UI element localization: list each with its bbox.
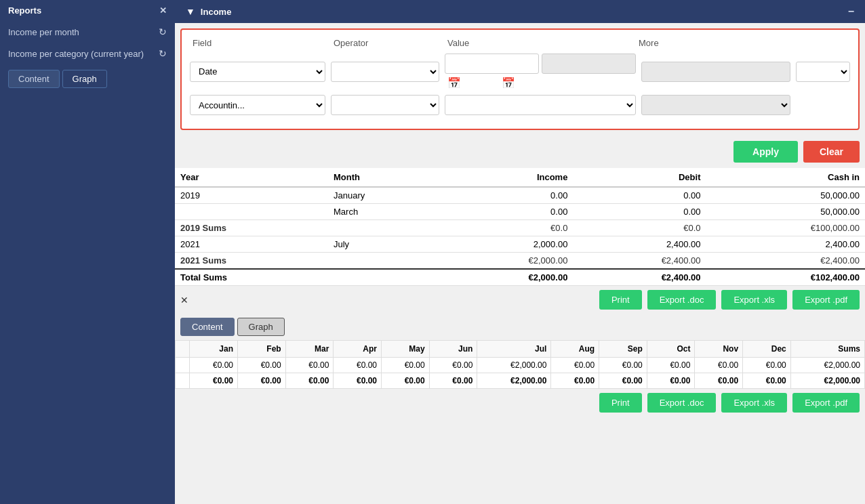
value-from-date[interactable] (445, 54, 539, 74)
bt-col-oct: Oct (647, 341, 695, 358)
cell-total-debit: €2,400.00 (573, 269, 706, 286)
export-pdf-button-bottom[interactable]: Export .pdf (792, 393, 860, 413)
tab-content-sidebar[interactable]: Content (8, 70, 60, 88)
export-xls-button-top[interactable]: Export .xls (721, 290, 787, 310)
export-xls-button-bottom[interactable]: Export .xls (721, 393, 787, 413)
filter-header-value: Value (447, 38, 633, 48)
value-select-accounting[interactable] (445, 95, 636, 115)
cell-cashin: 2,400.00 (706, 236, 865, 253)
tab-content-bottom[interactable]: Content (180, 318, 235, 336)
cell-month: March (328, 204, 440, 220)
operator-select-accounting[interactable] (331, 95, 439, 115)
bt-col-sep: Sep (599, 341, 647, 358)
cell-income: 0.00 (440, 204, 573, 220)
panel-header: ▼ Income − (175, 0, 865, 23)
value-to-date[interactable] (542, 54, 636, 74)
print-button-top[interactable]: Print (599, 290, 642, 310)
bt-col-apr: Apr (334, 341, 382, 358)
table-row: 2021 July 2,000.00 2,400.00 2,400.00 (175, 236, 865, 253)
bt-cell-nov-bold: €0.00 (695, 373, 743, 389)
field-select-accounting[interactable]: Accountin... (190, 95, 325, 115)
export-doc-button-bottom[interactable]: Export .doc (647, 393, 717, 413)
cell-month: July (328, 236, 440, 253)
refresh-icon-2[interactable]: ↻ (159, 48, 167, 59)
bt-cell-sums: €2,000.00 (790, 358, 864, 373)
sidebar-item-income-per-category[interactable]: Income per category (current year) ↻ (0, 43, 175, 64)
bottom-action-bar-top: ✕ Print Export .doc Export .xls Export .… (175, 286, 865, 314)
filter-row-accounting: Accountin... (190, 95, 850, 115)
filter-headers: Field Operator Value More (190, 38, 850, 48)
tab-graph-sidebar[interactable]: Graph (62, 70, 107, 88)
bt-cell-jan-bold: €0.00 (190, 373, 238, 389)
table-row-total: Total Sums €2,000.00 €2,400.00 €102,400.… (175, 269, 865, 286)
calendar-icon-to[interactable]: 📅 (502, 77, 515, 89)
cell-total-month (328, 269, 440, 286)
bt-cell-sep-bold: €0.00 (599, 373, 647, 389)
cell-year: 2019 (175, 187, 328, 204)
cell-income: 2,000.00 (440, 236, 573, 253)
panel-title: Income (201, 7, 232, 17)
cell-total-label: Total Sums (175, 269, 328, 286)
bt-col-sums: Sums (790, 341, 864, 358)
bottom-close-icon[interactable]: ✕ (180, 295, 188, 306)
collapse-icon[interactable]: − (848, 5, 854, 18)
clear-button[interactable]: Clear (803, 141, 860, 163)
sidebar-item-label: Income per month (8, 27, 79, 37)
bt-cell-jul: €2,000.00 (477, 358, 551, 373)
sidebar-close-icon[interactable]: ✕ (159, 5, 167, 16)
bt-cell-feb: €0.00 (238, 358, 286, 373)
bottom-data-table: Jan Feb Mar Apr May Jun Jul Aug Sep Oct … (175, 340, 865, 389)
more-select-date[interactable] (796, 62, 850, 82)
sidebar-header: Reports ✕ (0, 0, 175, 21)
more-input-date[interactable] (641, 62, 790, 82)
col-year: Year (175, 168, 328, 187)
print-button-bottom[interactable]: Print (599, 393, 642, 413)
cell-sums-month (328, 220, 440, 236)
table-row: 2019 January 0.00 0.00 50,000.00 (175, 187, 865, 204)
bt-cell-jul-bold: €2,000.00 (477, 373, 551, 389)
bt-cell-sums-bold: €2,000.00 (790, 373, 864, 389)
cell-sums-cashin: €100,000.00 (706, 220, 865, 236)
action-buttons: Apply Clear (175, 135, 865, 168)
field-select-date[interactable]: Date (190, 62, 325, 82)
bt-cell-aug: €0.00 (551, 358, 599, 373)
bt-col-jul: Jul (477, 341, 551, 358)
table-row-sums: 2021 Sums €2,000.00 €2,400.00 €2,400.00 (175, 253, 865, 270)
bt-cell-may-bold: €0.00 (382, 373, 430, 389)
bt-cell-feb-bold: €0.00 (238, 373, 286, 389)
more-select-accounting[interactable] (641, 95, 790, 115)
bt-col-feb: Feb (238, 341, 286, 358)
col-income: Income (440, 168, 573, 187)
bt-col-jan: Jan (190, 341, 238, 358)
bt-cell-oct: €0.00 (647, 358, 695, 373)
bottom-table-row: €0.00 €0.00 €0.00 €0.00 €0.00 €0.00 €2,0… (176, 358, 865, 373)
calendar-icon-from[interactable]: 📅 (447, 77, 461, 89)
bt-cell-dec-bold: €0.00 (743, 373, 791, 389)
bt-cell-jan: €0.00 (190, 358, 238, 373)
bt-cell-jun: €0.00 (429, 358, 477, 373)
cell-debit: 2,400.00 (573, 236, 706, 253)
bt-cell-sep: €0.00 (599, 358, 647, 373)
export-doc-button-top[interactable]: Export .doc (647, 290, 717, 310)
sidebar-item-income-per-month[interactable]: Income per month ↻ (0, 21, 175, 43)
bt-col-aug: Aug (551, 341, 599, 358)
operator-select-date[interactable] (331, 62, 439, 82)
panel-header-left: ▼ Income (186, 6, 231, 17)
bt-col-may: May (382, 341, 430, 358)
bt-col-dec: Dec (743, 341, 791, 358)
sidebar-item-label: Income per category (current year) (8, 49, 144, 59)
apply-button[interactable]: Apply (733, 141, 798, 163)
col-cashin: Cash in (706, 168, 865, 187)
cell-month: January (328, 187, 440, 204)
cell-sums-income: €2,000.00 (440, 253, 573, 270)
cell-debit: 0.00 (573, 204, 706, 220)
export-pdf-button-top[interactable]: Export .pdf (792, 290, 860, 310)
bt-col-nov: Nov (695, 341, 743, 358)
filter-row-date: Date 📅 📅 (190, 54, 850, 89)
tab-graph-bottom[interactable]: Graph (237, 318, 285, 336)
bt-cell-nov: €0.00 (695, 358, 743, 373)
bt-cell-aug-bold: €0.00 (551, 373, 599, 389)
filter-area: Field Operator Value More Date 📅 📅 (180, 28, 860, 130)
cell-sums-debit: €2,400.00 (573, 253, 706, 270)
refresh-icon[interactable]: ↻ (159, 26, 167, 37)
